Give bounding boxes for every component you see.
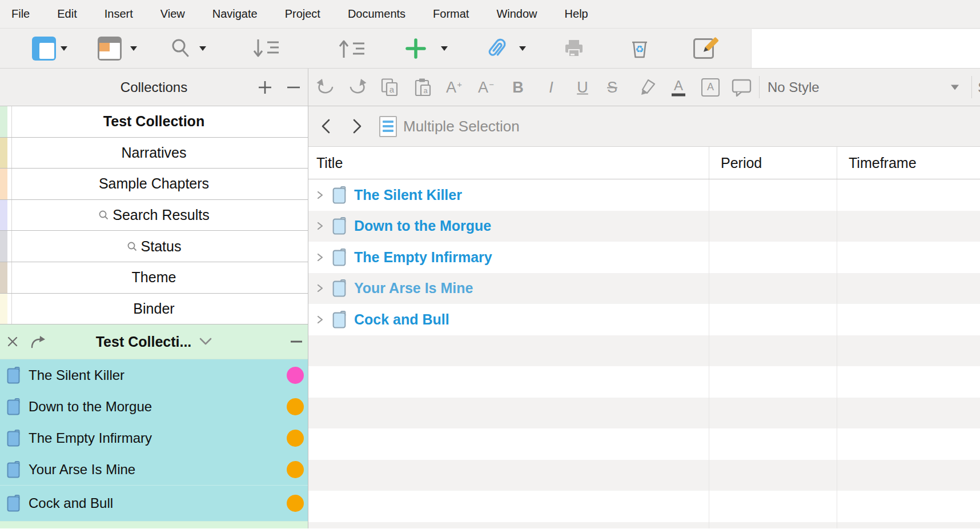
chevron-down-icon[interactable] <box>199 338 212 346</box>
menu-item-project[interactable]: Project <box>285 7 320 21</box>
menu-item-insert[interactable]: Insert <box>105 7 133 21</box>
outliner-timeframe-cell[interactable] <box>837 304 980 335</box>
menu-item-edit[interactable]: Edit <box>57 7 77 21</box>
collection-list-item[interactable]: Theme <box>0 262 308 294</box>
outliner-title-cell[interactable] <box>308 491 709 522</box>
expand-chevron-icon[interactable] <box>316 252 324 263</box>
load-collection-icon[interactable] <box>30 335 46 348</box>
expand-chevron-icon[interactable] <box>316 221 324 231</box>
group-view-dropdown-caret[interactable] <box>130 46 137 51</box>
font-decrease-icon[interactable]: A− <box>478 78 494 96</box>
bold-icon[interactable]: B <box>512 78 524 96</box>
outliner-empty-row[interactable] <box>308 366 980 398</box>
collection-list-item[interactable]: Status <box>0 231 308 262</box>
italic-icon[interactable]: I <box>549 78 553 96</box>
outliner-timeframe-cell[interactable] <box>837 211 980 242</box>
outliner-period-cell[interactable] <box>709 460 837 491</box>
column-header-timeframe[interactable]: Timeframe <box>837 147 980 179</box>
outliner-period-cell[interactable] <box>709 211 837 242</box>
menu-item-view[interactable]: View <box>160 7 185 21</box>
outliner-timeframe-cell[interactable] <box>837 398 980 429</box>
paste-icon[interactable]: a <box>413 78 433 97</box>
collection-list-item[interactable]: Binder <box>0 294 308 325</box>
outliner-empty-row[interactable] <box>308 491 980 522</box>
menu-item-window[interactable]: Window <box>496 7 537 21</box>
outliner-title-cell[interactable]: Down to the Morgue <box>308 211 709 242</box>
underline-icon[interactable]: U <box>577 78 588 96</box>
outliner-timeframe-cell[interactable] <box>837 491 980 522</box>
outliner-title-cell[interactable]: Your Arse Is Mine <box>308 273 709 304</box>
menu-item-documents[interactable]: Documents <box>348 7 405 21</box>
binder-layout-dropdown-caret[interactable] <box>61 46 67 51</box>
redo-icon[interactable] <box>347 79 367 96</box>
outliner-period-cell[interactable] <box>709 398 837 429</box>
outliner-empty-row[interactable] <box>308 398 980 429</box>
compose-icon[interactable] <box>693 38 714 59</box>
font-increase-icon[interactable]: A+ <box>446 78 462 96</box>
add-item-icon[interactable] <box>405 38 426 59</box>
style-select[interactable]: No Style <box>768 79 820 95</box>
outliner-row[interactable]: The Empty Infirmary <box>308 242 980 273</box>
outliner-period-cell[interactable] <box>709 242 837 273</box>
outliner-row[interactable]: Down to the Morgue <box>308 211 980 242</box>
menu-item-file[interactable]: File <box>11 7 30 21</box>
outliner-empty-row[interactable] <box>308 460 980 491</box>
expand-chevron-icon[interactable] <box>316 283 324 294</box>
comment-icon[interactable] <box>732 78 752 97</box>
outliner-empty-row[interactable] <box>308 428 980 460</box>
attach-paperclip-icon[interactable] <box>485 37 508 61</box>
outliner-title-cell[interactable]: The Silent Killer <box>308 179 709 211</box>
attach-dropdown-caret[interactable] <box>519 46 526 51</box>
expand-chevron-icon[interactable] <box>316 314 324 325</box>
collection-list-item[interactable]: Search Results <box>0 200 308 231</box>
menu-item-help[interactable]: Help <box>565 7 588 21</box>
outliner-period-cell[interactable] <box>709 522 837 529</box>
outliner-period-cell[interactable] <box>709 273 837 304</box>
outliner-timeframe-cell[interactable] <box>837 460 980 491</box>
outliner-title-cell[interactable] <box>308 366 709 398</box>
outliner-empty-row[interactable] <box>308 522 980 529</box>
binder-layout-icon[interactable] <box>32 37 56 61</box>
copy-icon[interactable]: a <box>380 78 400 97</box>
collection-list-item[interactable]: Test Collection <box>0 106 308 138</box>
outliner-title-cell[interactable] <box>308 522 709 529</box>
collection-list-item[interactable]: Sample Chapters <box>0 169 308 200</box>
strikethrough-icon[interactable]: S <box>607 78 617 96</box>
collection-list-item[interactable]: Narratives <box>0 138 308 169</box>
outliner-title-cell[interactable] <box>308 428 709 460</box>
highlight-icon[interactable] <box>640 78 657 97</box>
collection-document-item[interactable]: The Silent Killer <box>0 359 308 391</box>
outliner-period-cell[interactable] <box>709 491 837 522</box>
search-dropdown-caret[interactable] <box>199 46 206 51</box>
outliner-timeframe-cell[interactable] <box>837 179 980 211</box>
collection-document-item[interactable]: The Empty Infirmary <box>0 422 308 454</box>
style-box-icon[interactable]: A <box>701 78 720 97</box>
outliner-timeframe-cell[interactable] <box>837 428 980 460</box>
collection-document-item[interactable]: Cock and Bull <box>0 485 308 521</box>
outliner-period-cell[interactable] <box>709 335 837 367</box>
collection-document-item[interactable]: Your Arse Is Mine <box>0 454 308 485</box>
style-select-caret[interactable] <box>951 85 959 90</box>
add-item-dropdown-caret[interactable] <box>441 46 448 51</box>
forward-chevron-icon[interactable] <box>352 118 362 134</box>
search-icon[interactable] <box>170 38 191 59</box>
back-chevron-icon[interactable] <box>321 118 331 134</box>
column-header-period[interactable]: Period <box>709 147 837 179</box>
outliner-row[interactable]: Cock and Bull <box>308 304 980 335</box>
outliner-timeframe-cell[interactable] <box>837 273 980 304</box>
outliner-period-cell[interactable] <box>709 428 837 460</box>
outliner-title-cell[interactable] <box>308 398 709 429</box>
outliner-timeframe-cell[interactable] <box>837 335 980 367</box>
outliner-row[interactable]: Your Arse Is Mine <box>308 273 980 304</box>
group-view-icon[interactable] <box>98 37 122 61</box>
outliner-row[interactable]: The Silent Killer <box>308 179 980 211</box>
outliner-period-cell[interactable] <box>709 304 837 335</box>
outliner-empty-row[interactable] <box>308 335 980 367</box>
outliner-title-cell[interactable]: Cock and Bull <box>308 304 709 335</box>
remove-collection-button[interactable] <box>286 80 301 95</box>
trash-icon[interactable]: ♻ <box>630 38 649 59</box>
print-icon[interactable] <box>563 39 585 58</box>
outliner-title-cell[interactable] <box>308 460 709 491</box>
menu-item-format[interactable]: Format <box>433 7 469 21</box>
remove-from-collection-button[interactable] <box>291 341 302 343</box>
